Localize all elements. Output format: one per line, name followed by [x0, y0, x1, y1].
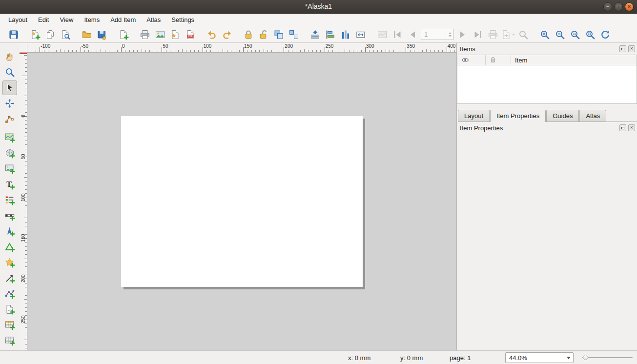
preview-atlas-button[interactable] — [374, 28, 390, 41]
add-marker-button[interactable] — [2, 255, 17, 270]
export-atlas-button[interactable] — [500, 28, 515, 41]
statusbar: x: 0 mm y: 0 mm page: 1 44.0% — [0, 350, 637, 364]
atlas-feature-number-value: 1 — [421, 31, 446, 38]
zoom-slider[interactable] — [582, 357, 633, 358]
lock-selected-items-button[interactable] — [241, 28, 256, 41]
pan-layout-tool-button[interactable] — [2, 49, 17, 64]
zoom-in-button[interactable] — [537, 28, 552, 41]
menu-add-item[interactable]: Add Item — [105, 14, 141, 26]
redo-icon — [222, 29, 232, 40]
add-map-button[interactable] — [2, 130, 17, 145]
nav-prev-icon — [407, 29, 418, 40]
zoom-full-extent-button[interactable] — [582, 28, 597, 41]
unlock-all-button[interactable] — [256, 28, 271, 41]
first-feature-button[interactable] — [390, 28, 405, 41]
export-as-pdf-button[interactable]: PDF — [183, 28, 198, 41]
tab-layout[interactable]: Layout — [458, 110, 490, 121]
zoom-level-combobox[interactable]: 44.0% — [505, 352, 574, 363]
save-as-template-button[interactable] — [94, 28, 109, 41]
raise-selected-items-button[interactable] — [308, 28, 323, 41]
visibility-column-header[interactable] — [457, 55, 486, 65]
new-layout-button[interactable] — [27, 28, 42, 41]
add-arrow-button[interactable] — [2, 271, 17, 285]
zoom-actual-size-button[interactable]: 1:1 — [567, 28, 582, 41]
refresh-view-button[interactable] — [597, 28, 613, 41]
select-move-item-tool-button[interactable] — [2, 81, 17, 95]
tab-item-properties[interactable]: Item Properties — [490, 110, 546, 122]
resize-selected-items-button[interactable] — [353, 28, 368, 41]
tab-atlas[interactable]: Atlas — [579, 110, 606, 121]
export-as-image-button[interactable] — [152, 28, 167, 41]
move-item-content-tool-button[interactable] — [2, 96, 17, 111]
menu-settings[interactable]: Settings — [166, 14, 200, 26]
add-html-button[interactable]: </> — [2, 302, 17, 317]
add-shape-button[interactable] — [2, 240, 17, 254]
add-scalebar-button[interactable] — [2, 208, 17, 223]
atlas-feature-number-spinbox[interactable]: 1 — [421, 29, 454, 40]
titlebar[interactable]: *Alaska1 −□× — [0, 0, 637, 14]
map-icon — [4, 132, 15, 143]
menu-items[interactable]: Items — [79, 14, 105, 26]
add-legend-button[interactable] — [2, 193, 17, 207]
tab-guides[interactable]: Guides — [546, 110, 579, 121]
refresh-icon — [600, 29, 611, 40]
edit-nodes-item-tool-button[interactable] — [2, 112, 17, 126]
ungroup-items-button[interactable] — [286, 28, 301, 41]
zoom-slider-handle[interactable] — [583, 355, 588, 360]
layout-manager-icon — [60, 29, 71, 40]
zoom-tool-button[interactable] — [2, 65, 17, 80]
vertical-ruler[interactable]: 050100150200250 — [20, 53, 27, 350]
item-properties-float-button[interactable] — [619, 124, 626, 131]
item-properties-panel-buttons: × — [619, 124, 635, 131]
menu-view[interactable]: View — [54, 14, 79, 26]
next-feature-button[interactable] — [455, 28, 470, 41]
export-as-svg-button[interactable] — [167, 28, 183, 41]
main-toolbar: PDF11:1 — [0, 26, 637, 43]
add-label-button[interactable]: T — [2, 177, 17, 192]
duplicate-layout-button[interactable] — [42, 28, 58, 41]
layout-manager-button[interactable] — [58, 28, 73, 41]
save-project-button[interactable] — [6, 28, 21, 41]
add-3d-map-button[interactable] — [2, 146, 17, 161]
add-north-arrow-button[interactable] — [2, 224, 17, 239]
print-atlas-button[interactable] — [485, 28, 500, 41]
undo-button[interactable] — [204, 28, 219, 41]
items-panel-float-button[interactable] — [619, 45, 626, 52]
marker-icon — [4, 257, 15, 268]
print-layout-button[interactable] — [137, 28, 152, 41]
lock-column-header[interactable] — [486, 55, 511, 65]
redo-button[interactable] — [219, 28, 234, 41]
add-items-from-template-button[interactable] — [79, 28, 94, 41]
add-attribute-table-button[interactable] — [2, 318, 17, 332]
menu-layout[interactable]: Layout — [3, 14, 33, 26]
group-items-button[interactable] — [271, 28, 286, 41]
add-picture-button[interactable] — [2, 162, 17, 176]
label-icon: T — [4, 179, 15, 190]
zoom-out-button[interactable] — [552, 28, 567, 41]
items-panel-close-button[interactable]: × — [628, 45, 635, 52]
items-list[interactable] — [457, 65, 637, 103]
item-column-header[interactable]: Item — [511, 57, 637, 64]
maximize-button[interactable]: □ — [614, 2, 623, 11]
lock-icon — [243, 29, 254, 40]
move-content-icon — [4, 98, 15, 109]
add-node-item-button[interactable] — [2, 286, 17, 301]
combo-dropdown-icon[interactable] — [564, 353, 573, 363]
menu-atlas[interactable]: Atlas — [141, 14, 166, 26]
v-ruler-label: 200 — [20, 275, 27, 283]
horizontal-ruler[interactable]: -100-50050100150200250300350400 — [27, 43, 456, 53]
align-selected-items-button[interactable] — [323, 28, 338, 41]
last-feature-button[interactable] — [470, 28, 485, 41]
minimize-button[interactable]: − — [603, 2, 612, 11]
distribute-selected-items-button[interactable] — [338, 28, 353, 41]
add-pages-button[interactable] — [116, 28, 131, 41]
close-button[interactable]: × — [625, 2, 634, 11]
previous-feature-button[interactable] — [405, 28, 420, 41]
layout-canvas[interactable] — [27, 53, 456, 350]
atlas-settings-button[interactable] — [515, 28, 531, 41]
menu-edit[interactable]: Edit — [33, 14, 54, 26]
add-fixed-table-button[interactable] — [2, 333, 17, 348]
layout-page[interactable] — [121, 116, 363, 287]
arrow-icon — [4, 273, 15, 283]
item-properties-close-button[interactable]: × — [628, 124, 635, 131]
